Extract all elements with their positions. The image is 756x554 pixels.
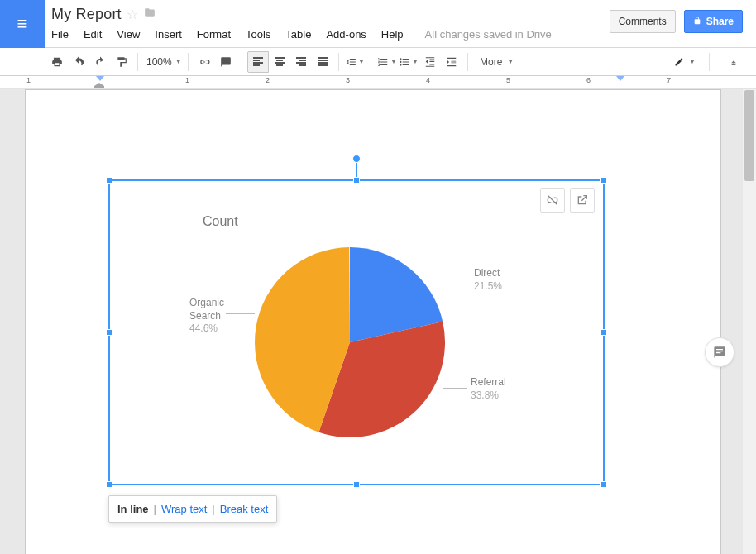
resize-handle-mr[interactable] — [600, 329, 607, 336]
right-indent-icon[interactable] — [616, 76, 624, 81]
decrease-indent-icon[interactable] — [419, 51, 441, 73]
title-bar: ≡ My Report ☆ File Edit View Insert Form… — [0, 0, 756, 48]
svg-marker-5 — [616, 76, 624, 81]
resize-handle-tl[interactable] — [106, 177, 112, 184]
redo-icon[interactable] — [89, 51, 111, 73]
chart-title: Count — [203, 214, 238, 229]
share-label: Share — [706, 16, 734, 27]
undo-icon[interactable] — [68, 51, 89, 73]
menu-addons[interactable]: Add-ons — [326, 28, 366, 41]
svg-line-6 — [548, 196, 557, 205]
link-icon[interactable] — [194, 51, 215, 73]
vertical-scrollbar[interactable] — [743, 89, 756, 554]
menu-format[interactable]: Format — [197, 28, 231, 41]
more-button[interactable]: More▼ — [473, 56, 520, 68]
menu-tools[interactable]: Tools — [246, 28, 270, 41]
menu-edit[interactable]: Edit — [84, 28, 102, 41]
align-justify-icon[interactable] — [312, 51, 333, 73]
toolbar: 100%▼ ▼ ▼ ▼ More▼ ▼ — [0, 48, 756, 76]
comment-icon[interactable] — [215, 51, 237, 73]
resize-handle-tm[interactable] — [353, 177, 360, 184]
open-source-icon[interactable] — [570, 188, 595, 213]
increase-indent-icon[interactable] — [441, 51, 462, 73]
scrollbar-thumb[interactable] — [744, 90, 754, 181]
svg-marker-4 — [94, 83, 104, 89]
svg-point-1 — [400, 60, 401, 62]
folder-icon[interactable] — [143, 7, 156, 21]
pie-chart — [255, 247, 445, 437]
wrap-inline[interactable]: In line — [117, 503, 149, 515]
numbered-list-icon[interactable]: ▼ — [376, 51, 398, 73]
save-status: All changes saved in Drive — [425, 28, 552, 41]
comments-button[interactable]: Comments — [610, 10, 676, 33]
menu-bar: File Edit View Insert Format Tools Table… — [51, 28, 603, 41]
align-group — [247, 51, 333, 73]
slice-label-organic: Organic Search 44.6% — [189, 297, 227, 336]
svg-point-0 — [400, 58, 401, 60]
menu-view[interactable]: View — [117, 28, 140, 41]
bulleted-list-icon[interactable]: ▼ — [398, 51, 419, 73]
collapse-toolbar-icon[interactable] — [723, 51, 744, 73]
editing-mode-icon[interactable]: ▼ — [674, 51, 696, 73]
resize-handle-tr[interactable] — [600, 177, 607, 184]
selected-chart[interactable]: Count Direct 21.5% Referral 33.8% Organi… — [108, 179, 605, 485]
resize-handle-br[interactable] — [600, 481, 607, 488]
svg-marker-3 — [96, 76, 104, 81]
star-icon[interactable]: ☆ — [127, 7, 138, 22]
line-spacing-icon[interactable]: ▼ — [344, 51, 366, 73]
explore-fab[interactable] — [705, 337, 734, 367]
resize-handle-bl[interactable] — [106, 481, 112, 488]
break-text[interactable]: Break text — [220, 503, 269, 515]
svg-point-2 — [400, 64, 401, 65]
rotation-handle[interactable] — [352, 155, 361, 163]
paint-format-icon[interactable] — [111, 51, 132, 73]
document-canvas[interactable]: Count Direct 21.5% Referral 33.8% Organi… — [0, 89, 756, 554]
align-center-icon[interactable] — [269, 51, 290, 73]
print-icon[interactable] — [46, 51, 68, 73]
zoom-value: 100% — [146, 56, 172, 68]
menu-insert[interactable]: Insert — [155, 28, 182, 41]
zoom-dropdown[interactable]: 100%▼ — [143, 56, 183, 68]
unlink-chart-icon[interactable] — [540, 188, 565, 213]
leader-line — [226, 313, 255, 314]
lock-icon — [693, 16, 701, 27]
text-wrap-popover: In line | Wrap text | Break text — [108, 495, 277, 523]
share-button[interactable]: Share — [684, 10, 743, 33]
resize-handle-ml[interactable] — [106, 329, 112, 336]
page: Count Direct 21.5% Referral 33.8% Organi… — [25, 89, 721, 554]
left-indent-icon[interactable] — [94, 83, 104, 89]
align-right-icon[interactable] — [290, 51, 312, 73]
slice-label-direct: Direct 21.5% — [474, 267, 502, 293]
resize-handle-bm[interactable] — [353, 481, 360, 488]
docs-home-icon[interactable]: ≡ — [0, 0, 45, 48]
menu-file[interactable]: File — [51, 28, 69, 41]
first-line-indent-icon[interactable] — [96, 76, 104, 81]
wrap-text[interactable]: Wrap text — [161, 503, 207, 515]
document-title[interactable]: My Report — [51, 6, 122, 23]
menu-help[interactable]: Help — [381, 28, 404, 41]
leader-line — [443, 388, 467, 389]
slice-label-referral: Referral 33.8% — [471, 376, 506, 402]
ruler[interactable]: 11234567 — [0, 76, 756, 89]
leader-line — [446, 279, 471, 279]
menu-table[interactable]: Table — [285, 28, 311, 41]
align-left-icon[interactable] — [247, 51, 269, 73]
more-label: More — [480, 56, 502, 68]
